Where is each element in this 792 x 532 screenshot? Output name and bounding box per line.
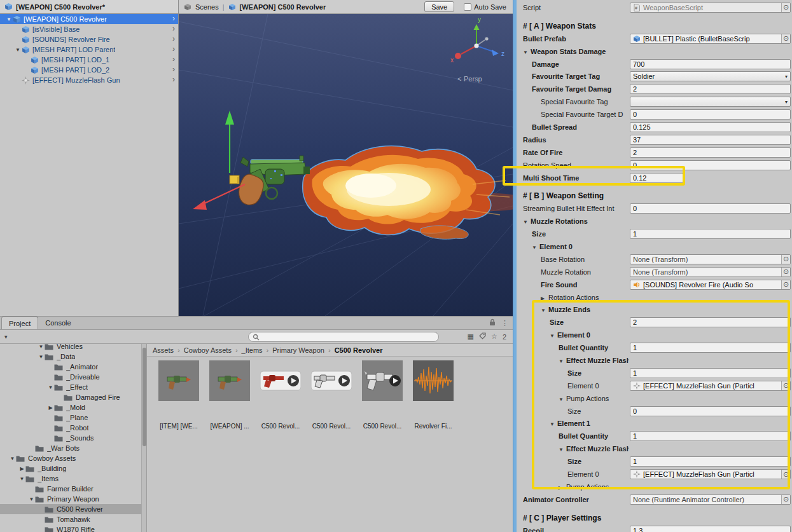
project-tab-project[interactable]: Project — [1, 317, 38, 329]
foldout-triangle-icon[interactable]: ▼ — [523, 50, 531, 55]
asset-thumbnail-model-red[interactable] — [260, 360, 301, 401]
inspector-input[interactable]: 1 — [630, 229, 791, 239]
prefab-open-chevron-icon[interactable]: › — [172, 75, 175, 85]
inspector-foldout[interactable]: ▼Element 1 — [517, 419, 629, 427]
foldout-triangle-icon[interactable]: ▼ — [559, 358, 566, 364]
hierarchy-item[interactable]: [MESH PART] LOD_2› — [0, 65, 178, 75]
prefab-open-chevron-icon[interactable]: › — [172, 14, 175, 24]
scene-viewport[interactable]: y z x < Persp — [179, 14, 513, 316]
inspector-foldout[interactable]: ▼Muzzle Rotations — [517, 217, 629, 225]
inspector-input[interactable]: 0 — [630, 160, 791, 170]
breadcrumb-item[interactable]: Cowboy Assets — [184, 346, 232, 354]
inspector-foldout[interactable]: ▼Effect Muzzle Flash — [517, 357, 629, 364]
inspector-input[interactable]: 1 — [630, 431, 791, 441]
save-button[interactable]: Save — [424, 1, 454, 12]
search-by-label-icon[interactable] — [479, 332, 486, 341]
foldout-triangle-icon[interactable]: ▼ — [38, 344, 45, 350]
object-picker-icon[interactable]: ⊙ — [781, 381, 790, 390]
project-tree-item[interactable]: ▼Vehicles — [0, 344, 141, 351]
hierarchy-item[interactable]: [SOUNDS] Revolver Fire› — [0, 34, 178, 44]
inspector-foldout[interactable]: ▼Pump Actions — [517, 395, 629, 402]
object-picker-icon[interactable]: ⊙ — [781, 255, 790, 264]
project-tree-item[interactable]: ▼Primary Weapon — [0, 494, 141, 504]
inspector-foldout[interactable]: ▶Pump Actions — [517, 483, 629, 491]
lock-icon[interactable] — [489, 318, 496, 327]
save-search-star-icon[interactable]: ☆ — [491, 332, 497, 341]
inspector-input[interactable]: 0.125 — [630, 122, 791, 132]
object-picker-icon[interactable]: ⊙ — [781, 280, 790, 289]
breadcrumb-scenes[interactable]: Scenes — [195, 3, 219, 11]
inspector-dropdown[interactable]: ▾ — [630, 97, 791, 107]
hierarchy-item[interactable]: [MESH PART] LOD_1› — [0, 55, 178, 65]
inspector-input[interactable]: 1 — [630, 456, 791, 467]
prefab-stage-header[interactable]: [WEAPON] C500 Revolver* — [0, 0, 178, 14]
project-tab-console[interactable]: Console — [38, 317, 78, 329]
project-tree-item[interactable]: _Sounds — [0, 433, 141, 443]
asset-thumbnail-prefab-photo[interactable] — [362, 360, 403, 401]
search-input[interactable] — [248, 332, 439, 342]
asset-thumbnail-model-gray[interactable] — [311, 360, 352, 401]
hierarchy-item[interactable]: ▼[WEAPON] C500 Revolver› — [0, 14, 178, 24]
inspector-object-field[interactable]: [EFFECT] MuzzleFlash Gun (Particl⊙ — [630, 469, 791, 479]
prefab-open-chevron-icon[interactable]: › — [172, 34, 175, 44]
foldout-triangle-icon[interactable]: ▼ — [550, 421, 557, 427]
inspector-foldout[interactable]: ▶Rotation Actions — [517, 294, 629, 301]
project-tree-item[interactable]: ▼Cowboy Assets — [0, 453, 141, 463]
inspector-object-field[interactable]: None (Transform)⊙ — [630, 267, 791, 277]
inspector-input[interactable]: 2 — [630, 317, 791, 327]
asset-thumbnail-audio-wave[interactable] — [413, 360, 454, 401]
inspector-object-field[interactable]: None (Runtime Animator Controller)⊙ — [630, 494, 791, 505]
foldout-triangle-icon[interactable]: ▼ — [14, 47, 22, 53]
inspector-dropdown[interactable]: Soldier▾ — [630, 71, 791, 81]
foldout-triangle-icon[interactable]: ▶ — [559, 485, 566, 491]
breadcrumb-item[interactable]: _Items — [242, 346, 263, 354]
breadcrumb-item[interactable]: Primary Weapon — [272, 346, 324, 354]
inspector-foldout[interactable]: ▼Element 0 — [517, 331, 629, 339]
inspector-input[interactable]: 0 — [630, 406, 791, 416]
inspector-foldout[interactable]: ▼Effect Muzzle Flash — [517, 445, 629, 453]
inspector-input[interactable]: 37 — [630, 135, 791, 145]
prefab-open-chevron-icon[interactable]: › — [172, 44, 175, 54]
inspector-object-field[interactable]: [EFFECT] MuzzleFlash Gun (Particl⊙ — [630, 381, 791, 391]
project-tree-item[interactable]: _Plane — [0, 413, 141, 423]
project-tree-item[interactable]: Tomahawk — [0, 514, 141, 524]
inspector-input[interactable]: 0 — [630, 109, 791, 119]
inspector-input[interactable]: 1 — [630, 343, 791, 353]
foldout-triangle-icon[interactable]: ▼ — [18, 476, 25, 482]
project-tree-item[interactable]: ▼_Data — [0, 351, 141, 362]
breadcrumb-item[interactable]: Assets — [153, 346, 174, 354]
asset-tile[interactable]: Revolver Fi... — [413, 360, 454, 430]
inspector-foldout[interactable]: ▼Weapon Stats Damage — [517, 48, 629, 55]
project-tree-item[interactable]: ▼_Items — [0, 474, 141, 484]
inspector-input[interactable]: 0 — [630, 203, 791, 214]
foldout-triangle-icon[interactable]: ▼ — [38, 354, 45, 360]
asset-thumbnail-sprite-square[interactable] — [209, 360, 250, 401]
hidden-count-badge[interactable]: 2 — [503, 333, 506, 341]
hierarchy-item[interactable]: ▼[MESH PART] LOD Parent› — [0, 44, 178, 55]
object-picker-icon[interactable]: ⊙ — [781, 34, 790, 43]
auto-save-toggle[interactable]: Auto Save — [464, 3, 506, 11]
project-tree-item[interactable]: _Robot — [0, 423, 141, 433]
search-by-type-icon[interactable]: ▦ — [468, 332, 474, 341]
foldout-triangle-icon[interactable]: ▼ — [541, 308, 548, 313]
auto-save-checkbox[interactable] — [464, 3, 471, 11]
project-tree-item[interactable]: Farmer Builder — [0, 484, 141, 494]
inspector-object-field[interactable]: None (Transform)⊙ — [630, 254, 791, 264]
foldout-triangle-icon[interactable]: ▼ — [47, 385, 54, 390]
project-tree-item[interactable]: W1870 Rifle — [0, 524, 141, 532]
object-picker-icon[interactable]: ⊙ — [781, 470, 790, 479]
breadcrumb-item[interactable]: C500 Revolver — [335, 346, 383, 354]
foldout-triangle-icon[interactable]: ▼ — [559, 447, 566, 453]
inspector-input[interactable]: 1.3 — [630, 526, 791, 532]
project-tree-item[interactable]: ▶_Mold — [0, 402, 141, 413]
asset-tile[interactable]: C500 Revol... — [311, 360, 352, 430]
foldout-triangle-icon[interactable]: ▼ — [559, 397, 566, 402]
asset-tile[interactable]: C500 Revol... — [260, 360, 301, 430]
inspector-object-field[interactable]: [BULLET] Plastic (BulletBaseScrip⊙ — [630, 34, 791, 44]
prefab-open-chevron-icon[interactable]: › — [172, 65, 175, 74]
project-tree-item[interactable]: C500 Revolver — [0, 504, 141, 514]
hierarchy-item[interactable]: [EFFECT] MuzzleFlash Gun› — [0, 75, 178, 85]
project-tree-item[interactable]: Damaged Fire — [0, 392, 141, 402]
breadcrumb-current-prefab[interactable]: [WEAPON] C500 Revolver — [240, 3, 326, 11]
project-tree-item[interactable]: _War Bots — [0, 443, 141, 453]
